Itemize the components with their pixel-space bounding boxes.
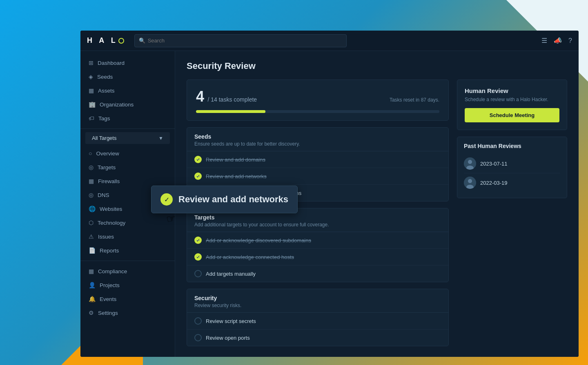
human-review-subtitle: Schedule a review with a Halo Hacker. <box>465 97 559 102</box>
firewalls-icon: ▦ <box>89 178 94 184</box>
overview-icon: ○ <box>89 150 92 157</box>
header-actions: ☰ 📣 ? <box>541 37 572 44</box>
check-empty-icon <box>194 334 202 341</box>
svg-point-1 <box>468 160 472 164</box>
task-item[interactable]: ✓ Add or acknowledge discovered subdomai… <box>187 232 448 249</box>
assets-icon: ▦ <box>89 87 94 94</box>
targets-icon: ◎ <box>89 164 94 170</box>
sidebar-item-projects[interactable]: 👤 Projects <box>80 278 175 292</box>
help-icon[interactable]: ? <box>568 37 572 44</box>
task-item[interactable]: Add targets manually <box>187 265 448 282</box>
header: H A L 🔍 ☰ 📣 ? <box>80 31 579 51</box>
past-reviews-title: Past Human Reviews <box>464 143 560 149</box>
seeds-icon: ◈ <box>89 73 93 80</box>
security-subtitle: Review security risks. <box>194 303 441 308</box>
sidebar-item-compliance[interactable]: ▦ Compliance <box>80 264 175 278</box>
human-review-title: Human Review <box>465 87 559 94</box>
technology-icon: ⬡ <box>89 219 94 226</box>
tooltip-text: Review and add networks <box>178 194 288 205</box>
task-item[interactable]: Review script secrets <box>187 313 448 330</box>
tasks-reset: Tasks reset in 87 days. <box>390 97 439 103</box>
sidebar-item-events[interactable]: 🔔 Events <box>80 292 175 306</box>
task-item[interactable]: ✓ Review and add domains <box>187 151 448 168</box>
task-total: / 14 tasks complete <box>207 96 257 103</box>
filter-label: All Targets <box>92 135 158 141</box>
progress-bar <box>196 110 439 113</box>
review-date: 2022-03-19 <box>480 180 508 186</box>
tooltip-check-icon: ✓ <box>160 193 173 206</box>
sidebar-item-targets[interactable]: ◎ Targets <box>80 160 175 174</box>
seeds-title: Seeds <box>194 133 441 140</box>
sidebar-item-settings[interactable]: ⚙ Settings <box>80 306 175 320</box>
all-targets-filter[interactable]: All Targets ▼ <box>85 132 170 144</box>
search-input[interactable] <box>148 38 342 44</box>
bell-icon[interactable]: 📣 <box>554 37 562 44</box>
reports-icon: 📄 <box>89 247 96 254</box>
review-item[interactable]: 2022-03-19 <box>464 173 560 192</box>
projects-icon: 👤 <box>89 282 96 288</box>
check-empty-icon <box>194 317 202 325</box>
schedule-meeting-button[interactable]: Schedule Meeting <box>465 108 559 122</box>
seeds-header: Seeds Ensure seeds are up to date for be… <box>187 128 448 151</box>
dashboard-icon: ⊞ <box>89 60 94 66</box>
sidebar-item-issues[interactable]: ⚠ Issues <box>80 230 175 243</box>
logo: H A L <box>87 36 125 45</box>
websites-icon: 🌐 <box>89 206 96 212</box>
targets-title: Targets <box>194 214 441 221</box>
security-title: Security <box>194 295 441 301</box>
review-date: 2023-07-11 <box>480 161 508 167</box>
sidebar-item-reports[interactable]: 📄 Reports <box>80 243 175 257</box>
check-done-icon: ✓ <box>194 156 202 163</box>
sidebar-item-organizations[interactable]: 🏢 Organizations <box>80 97 175 111</box>
security-section: Security Review security risks. Review s… <box>187 289 449 346</box>
task-item[interactable]: Review open ports <box>187 330 448 346</box>
targets-subtitle: Add additional targets to your account t… <box>194 222 441 228</box>
events-icon: 🔔 <box>89 296 96 302</box>
tags-icon: 🏷 <box>89 115 94 122</box>
targets-section: Targets Add additional targets to your a… <box>187 208 449 282</box>
task-item[interactable]: ✓ Review and add networks <box>187 168 448 185</box>
tooltip-overlay: ✓ Review and add networks ☞ <box>151 186 298 213</box>
check-empty-icon <box>194 270 202 277</box>
sidebar-item-dashboard[interactable]: ⊞ Dashboard <box>80 56 175 70</box>
sidebar-item-overview[interactable]: ○ Overview <box>80 146 175 160</box>
sidebar-item-assets[interactable]: ▦ Assets <box>80 84 175 97</box>
seeds-subtitle: Ensure seeds are up to date for better d… <box>194 141 441 147</box>
past-reviews-card: Past Human Reviews 2023-07-11 <box>457 137 567 198</box>
progress-card: 4 / 14 tasks complete Tasks reset in 87 … <box>187 80 449 121</box>
task-item[interactable]: ✓ Add or acknowledge connected hosts <box>187 249 448 265</box>
settings-icon: ⚙ <box>89 310 94 316</box>
check-done-icon: ✓ <box>194 173 202 180</box>
page-title: Security Review <box>187 61 567 71</box>
filter-icon: ▼ <box>158 135 163 141</box>
check-done-icon: ✓ <box>194 237 202 244</box>
progress-fill <box>196 110 265 113</box>
search-bar[interactable]: 🔍 <box>134 34 347 47</box>
issues-icon: ⚠ <box>89 233 94 240</box>
task-count: 4 <box>196 88 204 105</box>
sidebar-item-technology[interactable]: ⬡ Technology <box>80 216 175 230</box>
sidebar-item-tags[interactable]: 🏷 Tags <box>80 111 175 125</box>
check-done-icon: ✓ <box>194 253 202 261</box>
security-header: Security Review security risks. <box>187 289 448 313</box>
avatar <box>464 157 476 170</box>
organizations-icon: 🏢 <box>89 101 96 108</box>
review-item[interactable]: 2023-07-11 <box>464 154 560 173</box>
svg-point-4 <box>468 179 472 183</box>
side-column: Human Review Schedule a review with a Ha… <box>457 80 567 198</box>
human-review-card: Human Review Schedule a review with a Ha… <box>457 80 567 130</box>
dns-icon: ◎ <box>89 192 94 198</box>
compliance-icon: ▦ <box>89 268 94 274</box>
avatar <box>464 177 476 189</box>
sidebar-item-seeds[interactable]: ◈ Seeds <box>80 70 175 84</box>
list-icon[interactable]: ☰ <box>541 37 547 44</box>
search-icon: 🔍 <box>139 38 145 44</box>
